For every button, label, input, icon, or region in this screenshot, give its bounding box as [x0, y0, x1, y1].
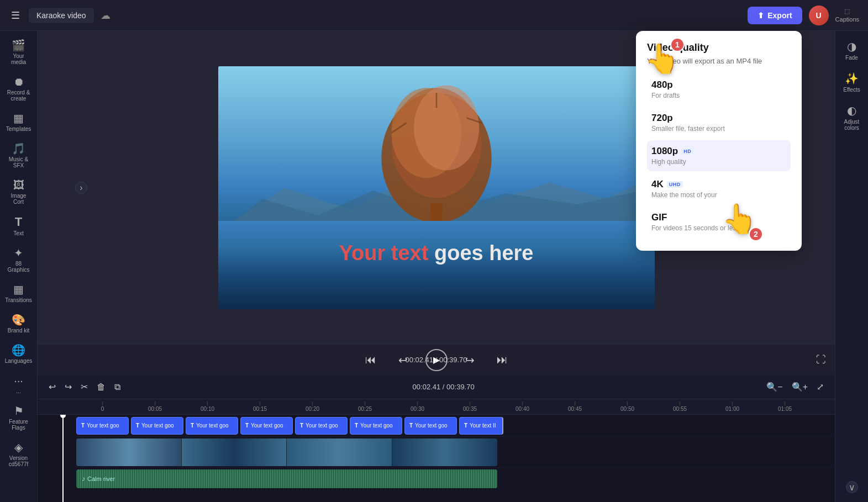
sidebar-item-languages[interactable]: 🌐 Languages [2, 340, 35, 368]
audio-segment[interactable]: ♪ Calm river [76, 469, 497, 488]
delete-button[interactable]: 🗑 [94, 380, 108, 394]
video-segment[interactable] [76, 438, 497, 466]
project-name[interactable]: Karaoke video [29, 8, 94, 23]
timeline-tracks[interactable]: TYour text gooTYour text gooTYour text g… [38, 415, 835, 502]
zoom-out-button[interactable]: 🔍− [764, 379, 785, 394]
text-segment-1[interactable]: TYour text goo [131, 417, 183, 435]
quality-1080p-res: 1080p [651, 146, 678, 157]
skip-forward-button[interactable]: ⏭ [492, 351, 512, 368]
fade-label: Fade [845, 55, 858, 61]
zoom-in-button[interactable]: 🔍+ [790, 379, 810, 394]
video-thumb-3 [287, 438, 392, 466]
text-segment-7[interactable]: TYour text II [459, 417, 503, 435]
right-sidebar-adjust-colors[interactable]: ◐ Adjust colors [838, 99, 866, 135]
redo-button[interactable]: ↪ [62, 379, 74, 394]
quality-1080p-desc: High quality [651, 158, 786, 166]
text-segment-4[interactable]: TYour text goo [295, 417, 348, 435]
image-library-icon: 🖼 [13, 179, 24, 191]
sidebar-item-your-media[interactable]: 🎬 Your media [2, 35, 35, 70]
effects-icon: ✨ [845, 72, 859, 85]
text-track-row: TYour text gooTYour text gooTYour text g… [76, 415, 835, 437]
quality-option-720p[interactable]: 720p Smaller file, faster export [647, 107, 791, 138]
sidebar-label-graphics: 88 Graphics [6, 261, 32, 273]
fullscreen-button[interactable]: ⛶ [816, 354, 826, 366]
quality-dropdown: Video quality Your video will export as … [636, 31, 802, 251]
export-button[interactable]: ⬆ Export [748, 7, 802, 24]
ruler-tick-6: 00:30 [391, 401, 444, 412]
playhead-head [60, 415, 66, 418]
quality-option-480p[interactable]: 480p For drafts [647, 74, 791, 105]
timeline-time-current: 00:02.41 [413, 383, 441, 391]
ruler-tick-5: 00:25 [339, 401, 391, 412]
quality-4k-badge: UHD [667, 181, 683, 188]
audio-waveform [76, 469, 497, 488]
effects-label: Effects [843, 87, 860, 93]
ruler-tick-0: 0 [76, 401, 129, 412]
ruler-tick-9: 00:45 [549, 401, 601, 412]
timeline-content: 000:0500:1000:1500:2000:2500:3000:3500:4… [38, 399, 835, 502]
quality-480p-res: 480p [651, 80, 673, 91]
sidebar-item-record-create[interactable]: ⏺ Record & create [2, 72, 35, 106]
left-sidebar: 🎬 Your media ⏺ Record & create ▦ Templat… [0, 31, 38, 502]
text-track-segments: TYour text gooTYour text gooTYour text g… [76, 417, 504, 435]
sidebar-item-text[interactable]: T Text [2, 212, 35, 241]
sidebar-item-graphics[interactable]: ✦ 88 Graphics [2, 243, 35, 277]
text-segment-6[interactable]: TYour text goo [404, 417, 457, 435]
sidebar-label-feature-flags: Feature Flags [6, 419, 32, 431]
fit-button[interactable]: ⤢ [814, 379, 826, 394]
cloud-save-icon[interactable]: ☁ [101, 9, 111, 22]
quality-4k-res: 4K [651, 179, 664, 190]
playhead[interactable] [62, 415, 64, 502]
right-sidebar-fade[interactable]: ◑ Fade [838, 35, 866, 65]
sidebar-item-feature-flags[interactable]: ⚑ Feature Flags [2, 401, 35, 435]
quality-option-gif[interactable]: GIF For videos 15 seconds or less [647, 207, 791, 237]
sidebar-label-transitions: Transitions [5, 297, 32, 303]
sidebar-item-image-library[interactable]: 🖼 Image Cort [2, 175, 35, 209]
cut-button[interactable]: ✂ [78, 379, 90, 394]
video-thumb-1 [76, 438, 182, 466]
audio-track-row: ♪ Calm river [76, 468, 835, 490]
sidebar-label-your-media: Your media [6, 53, 32, 65]
svg-point-6 [414, 85, 479, 170]
adjust-colors-label: Adjust colors [840, 119, 864, 131]
quality-option-4k[interactable]: 4K UHD Make the most of your [647, 173, 791, 204]
adjust-colors-icon: ◐ [847, 104, 856, 117]
quality-720p-res: 720p [651, 113, 673, 124]
text-segment-3[interactable]: TYour text goo [240, 417, 293, 435]
text-icon: T [15, 216, 22, 228]
timeline-ruler: 000:0500:1000:1500:2000:2500:3000:3500:4… [38, 399, 835, 415]
record-icon: ⏺ [13, 76, 24, 87]
time-current: 00:02.41 [405, 356, 433, 364]
sidebar-item-version[interactable]: ◈ Version cd5677f [2, 437, 35, 472]
ruler-tick-8: 00:40 [496, 401, 549, 412]
brand-kit-icon: 🎨 [12, 314, 25, 325]
quality-720p-top: 720p [651, 113, 786, 124]
quality-option-1080p[interactable]: 1080p HD High quality [647, 140, 791, 171]
right-sidebar-effects[interactable]: ✨ Effects [838, 67, 866, 97]
captions-button[interactable]: ⬚ Captions [835, 8, 859, 23]
sidebar-item-music[interactable]: 🎵 Music & SFX [2, 139, 35, 173]
video-text-overlay: Your text goes here [339, 241, 534, 265]
ruler-tick-1: 00:05 [129, 401, 181, 412]
video-preview[interactable]: Your text goes here [218, 66, 655, 309]
collapse-bottom-arrow[interactable]: ∨ [846, 481, 858, 493]
skip-back-button[interactable]: ⏮ [361, 351, 381, 368]
quality-1080p-badge: HD [681, 148, 693, 155]
avatar[interactable]: U [809, 6, 829, 25]
undo-button[interactable]: ↩ [46, 379, 58, 394]
sidebar-item-brand-kit[interactable]: 🎨 Brand kit [2, 310, 35, 338]
collapse-sidebar-left[interactable]: › [75, 182, 87, 194]
sidebar-label-image: Image Cort [6, 193, 32, 205]
sidebar-item-templates[interactable]: ▦ Templates [2, 108, 35, 136]
captions-icon: ⬚ [844, 8, 850, 15]
sidebar-item-more[interactable]: ··· ... [2, 371, 35, 399]
ruler-tick-2: 00:10 [181, 401, 234, 412]
topbar-right: ⬆ Export U ⬚ Captions [748, 6, 859, 25]
duplicate-button[interactable]: ⧉ [112, 380, 123, 394]
text-segment-2[interactable]: TYour text goo [186, 417, 238, 435]
sidebar-item-transitions[interactable]: ▦ Transitions [2, 279, 35, 308]
text-segment-0[interactable]: TYour text goo [76, 417, 129, 435]
ruler-marks: 000:0500:1000:1500:2000:2500:3000:3500:4… [76, 401, 835, 412]
text-segment-5[interactable]: TYour text goo [350, 417, 402, 435]
menu-button[interactable]: ☰ [9, 7, 22, 24]
